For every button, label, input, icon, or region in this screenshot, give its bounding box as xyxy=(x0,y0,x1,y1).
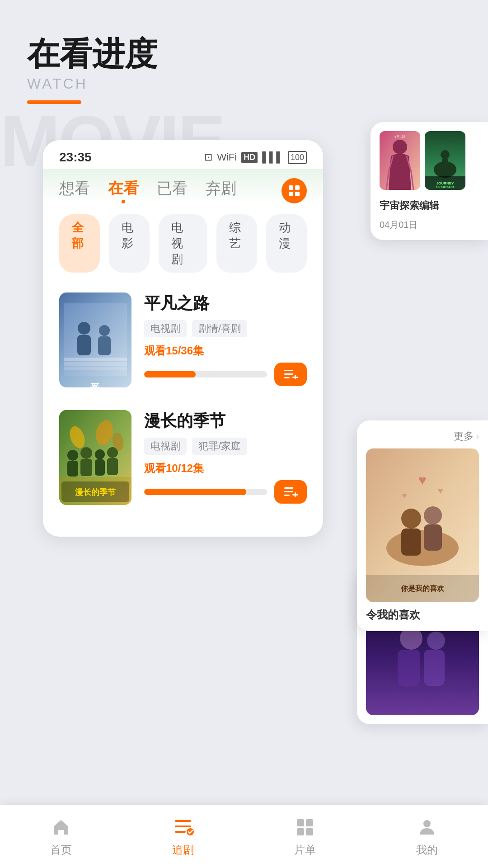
side-card-movie-title: 宇宙探索编辑 xyxy=(380,199,479,212)
nav-item-mine[interactable]: 我的 xyxy=(415,816,439,857)
nav-label-home: 首页 xyxy=(50,843,72,857)
svg-text:JOURNEY: JOURNEY xyxy=(436,181,454,185)
tab-watching[interactable]: 在看 xyxy=(108,178,139,203)
progress-bar-bg-1 xyxy=(144,371,267,377)
tab-watched[interactable]: 已看 xyxy=(157,178,188,203)
poster-title-pingfan: 平凡之路 xyxy=(89,376,102,383)
svg-text:漫长的季节: 漫长的季节 xyxy=(75,488,116,497)
add-episode-button-1[interactable] xyxy=(274,363,307,386)
nav-item-track[interactable]: 追剧 xyxy=(171,816,195,857)
svg-rect-36 xyxy=(292,494,298,495)
chevron-right-icon-mid: › xyxy=(476,432,479,441)
nav-item-home[interactable]: 首页 xyxy=(49,816,73,857)
svg-rect-6 xyxy=(77,335,91,355)
svg-point-73 xyxy=(423,820,431,827)
svg-rect-11 xyxy=(64,367,127,370)
nfc-icon: ⊡ xyxy=(204,151,212,163)
tab-dropped[interactable]: 弃剧 xyxy=(206,178,236,203)
progress-row-manlang xyxy=(144,480,307,504)
nav-item-list[interactable]: 片单 xyxy=(293,816,317,857)
svg-rect-0 xyxy=(289,185,293,190)
main-card: 23:35 ⊡ WiFi HD ▌▌▌ 100 想看 在看 已看 弃剧 全部 电 xyxy=(43,140,323,537)
filter-row: 全部 电影 电视剧 综艺 动漫 xyxy=(43,203,323,283)
nav-label-track: 追剧 xyxy=(172,843,194,857)
progress-label-manlang: 观看10/12集 xyxy=(144,461,307,476)
svg-rect-67 xyxy=(175,831,186,833)
wifi-icon: WiFi xyxy=(217,151,237,163)
svg-rect-10 xyxy=(64,362,127,366)
svg-rect-23 xyxy=(95,459,105,476)
more-badge-mid: 更多 › xyxy=(366,429,479,443)
tag-type-1: 电视剧 xyxy=(144,320,187,337)
svg-text:♥: ♥ xyxy=(402,491,407,500)
tag-genre-2: 犯罪/家庭 xyxy=(192,438,247,455)
svg-rect-13 xyxy=(284,373,293,375)
svg-rect-50 xyxy=(401,528,421,556)
svg-rect-69 xyxy=(297,819,304,826)
show-poster-pingfan: 平凡之路 xyxy=(59,292,131,387)
side-poster-b-art: JOURNEY TO THE WEST xyxy=(425,131,465,190)
svg-point-38 xyxy=(393,140,407,154)
side-poster-a-art: 4月1日 xyxy=(380,131,420,190)
svg-rect-9 xyxy=(64,358,127,361)
list-icon xyxy=(293,816,317,839)
show-tags-manlang: 电视剧 犯罪/家庭 xyxy=(144,438,307,455)
svg-rect-66 xyxy=(175,826,191,827)
filter-tv[interactable]: 电视剧 xyxy=(159,214,207,273)
svg-point-68 xyxy=(187,828,194,835)
svg-rect-16 xyxy=(292,377,298,378)
poster-manlang-art: 漫长的季节 xyxy=(59,410,131,505)
svg-point-5 xyxy=(78,322,90,335)
svg-rect-72 xyxy=(306,828,313,835)
battery-icon: 100 xyxy=(288,151,307,164)
side-card-movie-date: 04月01日 xyxy=(380,219,479,231)
tag-genre-1: 剧情/喜剧 xyxy=(192,320,247,337)
tab-want-watch[interactable]: 想看 xyxy=(59,178,90,203)
filter-anime[interactable]: 动漫 xyxy=(266,214,307,273)
hd-icon: HD xyxy=(241,152,258,163)
svg-rect-42 xyxy=(442,158,448,171)
nav-label-list: 片单 xyxy=(294,843,316,857)
status-icons: ⊡ WiFi HD ▌▌▌ 100 xyxy=(204,151,307,164)
progress-label-pingfan: 观看15/36集 xyxy=(144,344,307,358)
svg-rect-12 xyxy=(284,370,293,371)
svg-rect-61 xyxy=(398,650,420,686)
show-item-pingfan[interactable]: 平凡之路 平凡之路 电视剧 剧情/喜剧 观看15/36集 xyxy=(43,283,323,401)
svg-point-20 xyxy=(80,447,92,459)
svg-rect-71 xyxy=(297,828,304,835)
tab-menu-button[interactable] xyxy=(282,178,307,203)
svg-point-43 xyxy=(441,150,450,159)
mine-icon xyxy=(415,816,439,839)
show-poster-manlang: 漫长的季节 xyxy=(59,410,131,505)
svg-rect-33 xyxy=(284,491,293,492)
show-title-pingfan: 平凡之路 xyxy=(144,292,307,315)
svg-point-60 xyxy=(427,632,445,650)
svg-rect-65 xyxy=(175,820,191,822)
tabs-row: 想看 在看 已看 弃剧 xyxy=(43,169,323,203)
page-title-zh: 在看进度 xyxy=(27,36,461,72)
show-title-manlang: 漫长的季节 xyxy=(144,410,307,432)
svg-rect-3 xyxy=(295,192,300,196)
svg-text:♥: ♥ xyxy=(418,472,427,487)
show-item-manlang[interactable]: 漫长的季节 漫长的季节 电视剧 犯罪/家庭 观看10/12集 xyxy=(43,401,323,519)
filter-all[interactable]: 全部 xyxy=(59,214,100,273)
side-card-mid-label: 令我的喜欢 xyxy=(366,608,479,622)
svg-text:4月1日: 4月1日 xyxy=(394,135,406,139)
filter-movie[interactable]: 电影 xyxy=(109,214,150,273)
svg-rect-62 xyxy=(424,650,445,686)
svg-point-51 xyxy=(424,506,442,524)
svg-point-22 xyxy=(95,449,105,459)
home-icon xyxy=(49,816,73,839)
svg-text:♥: ♥ xyxy=(438,486,443,495)
svg-rect-34 xyxy=(284,495,290,496)
svg-rect-19 xyxy=(67,461,78,476)
svg-rect-25 xyxy=(107,458,118,475)
status-bar: 23:35 ⊡ WiFi HD ▌▌▌ 100 xyxy=(43,140,323,169)
side-card-mid: 更多 › ♥ ♥ ♥ 你 xyxy=(357,420,488,631)
progress-bar-fill-1 xyxy=(144,371,196,377)
progress-row-pingfan xyxy=(144,363,307,386)
add-episode-button-2[interactable] xyxy=(274,480,307,504)
svg-rect-70 xyxy=(306,819,313,826)
svg-rect-14 xyxy=(284,377,290,378)
filter-variety[interactable]: 综艺 xyxy=(216,214,257,273)
